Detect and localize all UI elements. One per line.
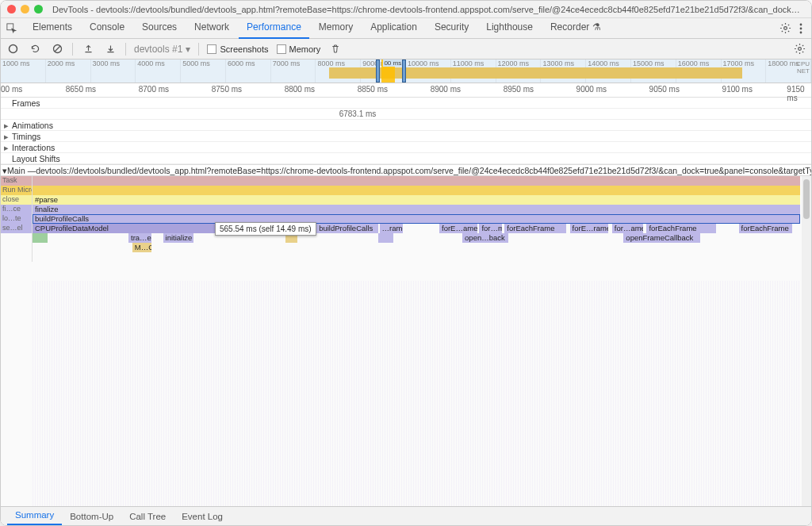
- flame-frame[interactable]: buildProfileCalls: [316, 224, 377, 233]
- tab-sources[interactable]: Sources: [134, 17, 185, 39]
- zoom-window-button[interactable]: [34, 5, 43, 13]
- tab-performance[interactable]: Performance: [239, 17, 309, 39]
- ruler-tick: 9050 ms: [649, 85, 680, 94]
- flame-row: [33, 176, 800, 186]
- flame-frame[interactable]: initialize: [163, 233, 194, 243]
- time-ruler[interactable]: 00 ms8650 ms8700 ms8750 ms8800 ms8850 ms…: [1, 83, 811, 98]
- overview-pane[interactable]: 1000 ms2000 ms3000 ms4000 ms5000 ms6000 …: [1, 60, 811, 83]
- flame-row: M…C: [33, 243, 800, 252]
- chevron-down-icon: ▾: [186, 44, 190, 55]
- details-tabbar: Summary Bottom-Up Call Tree Event Log: [1, 506, 811, 525]
- flame-frame[interactable]: forE…rame: [570, 224, 608, 233]
- settings-icon[interactable]: [778, 21, 792, 36]
- track-frames-value: 6783.1 ms: [1, 109, 811, 120]
- overview-tick: 3000 ms: [91, 60, 136, 83]
- flame-frame[interactable]: for…me: [479, 224, 502, 233]
- flame-frame[interactable]: finalize: [33, 205, 800, 214]
- tab-recorder[interactable]: Recorder ⚗: [542, 17, 609, 39]
- flame-frame[interactable]: [33, 176, 800, 186]
- flame-row: CPUProfileDataModelbuildProfileCalls…ram…: [33, 224, 800, 233]
- overview-tick: 2000 ms: [46, 60, 91, 83]
- overview-right-labels: CPU NET: [796, 60, 810, 75]
- record-icon[interactable]: [6, 42, 20, 56]
- flame-frame[interactable]: M…C: [132, 243, 151, 252]
- reload-icon[interactable]: [28, 42, 42, 56]
- flame-frame[interactable]: buildProfileCalls: [33, 214, 800, 224]
- svg-point-3: [800, 27, 802, 29]
- trash-icon[interactable]: [328, 42, 343, 56]
- flame-row: buildProfileCalls: [33, 214, 800, 224]
- flame-frame[interactable]: forEachFrame: [504, 224, 565, 233]
- overview-handle-left[interactable]: [376, 60, 380, 83]
- flame-frame[interactable]: #parse: [33, 195, 800, 205]
- overview-handle-right[interactable]: [402, 60, 406, 83]
- tab-lighthouse[interactable]: Lighthouse: [478, 17, 541, 39]
- clear-icon[interactable]: [50, 42, 64, 56]
- flame-frame[interactable]: forEachFrame: [739, 224, 793, 233]
- flame-frame[interactable]: tra…ee: [128, 233, 151, 243]
- upload-icon[interactable]: [81, 42, 95, 56]
- track-timings[interactable]: ▸Timings: [1, 131, 811, 142]
- btab-event-log[interactable]: Event Log: [174, 509, 231, 525]
- flame-frame[interactable]: for…ame: [612, 224, 643, 233]
- more-icon[interactable]: [794, 21, 808, 36]
- track-animations[interactable]: ▸Animations: [1, 120, 811, 131]
- flame-frame[interactable]: openFrameCallback: [623, 233, 700, 243]
- memory-checkbox[interactable]: Memory: [277, 44, 321, 54]
- sidecol-label: close: [1, 195, 33, 205]
- sidecol-label: [1, 243, 33, 252]
- tab-elements[interactable]: Elements: [25, 17, 80, 39]
- track-interactions[interactable]: ▸Interactions: [1, 142, 811, 153]
- frame-tooltip: 565.54 ms (self 14.49 ms): [215, 222, 316, 236]
- flame-frame[interactable]: [33, 233, 48, 243]
- ruler-tick: 8800 ms: [285, 85, 315, 94]
- perf-settings-icon[interactable]: [792, 42, 806, 56]
- btab-bottom-up[interactable]: Bottom-Up: [62, 509, 121, 525]
- tab-application[interactable]: Application: [362, 17, 425, 39]
- flame-frame[interactable]: …rame: [380, 224, 403, 233]
- ruler-tick: 8950 ms: [504, 85, 534, 94]
- sidecol-label: [1, 233, 33, 243]
- tracks-section: Frames 6783.1 ms ▸Animations ▸Timings ▸I…: [1, 98, 811, 165]
- svg-point-2: [800, 23, 802, 25]
- overview-tick: 1000 ms: [1, 60, 46, 83]
- ruler-tick: 8850 ms: [358, 85, 388, 94]
- flame-frame[interactable]: open…back: [462, 233, 508, 243]
- sidecol-label: lo…te: [1, 214, 33, 224]
- ruler-tick: 8750 ms: [212, 85, 242, 94]
- flame-chart[interactable]: TaskRun Microtasksclosefi…celo…tese…el #…: [1, 176, 811, 506]
- tab-network[interactable]: Network: [186, 17, 237, 39]
- profile-select[interactable]: devtools #1 ▾: [134, 44, 190, 55]
- ruler-tick: 9150 ms: [787, 85, 811, 102]
- ruler-tick: 9100 ms: [722, 85, 753, 94]
- svg-point-4: [800, 31, 802, 33]
- tab-memory[interactable]: Memory: [311, 17, 361, 39]
- download-icon[interactable]: [103, 42, 117, 56]
- sidecol-label: fi…ce: [1, 205, 33, 214]
- screenshots-checkbox[interactable]: Screenshots: [207, 44, 268, 54]
- inspect-icon[interactable]: [6, 22, 18, 35]
- tab-security[interactable]: Security: [427, 17, 477, 39]
- flame-scrollbar[interactable]: [802, 176, 811, 506]
- sidecol-label: Run Microtasks: [1, 186, 33, 195]
- flame-frame[interactable]: [378, 233, 393, 243]
- btab-summary[interactable]: Summary: [7, 507, 62, 525]
- btab-call-tree[interactable]: Call Tree: [121, 509, 174, 525]
- minimize-window-button[interactable]: [21, 5, 29, 13]
- tab-console[interactable]: Console: [82, 17, 132, 39]
- scrollbar-thumb[interactable]: [803, 179, 810, 219]
- track-frames[interactable]: Frames: [1, 98, 811, 109]
- ruler-tick: 8700 ms: [139, 85, 169, 94]
- main-thread-header[interactable]: ▾ Main — devtools://devtools/bundled/dev…: [1, 165, 811, 176]
- titlebar: DevTools - devtools://devtools/bundled/d…: [1, 1, 811, 18]
- perf-toolbar: devtools #1 ▾ Screenshots Memory: [1, 39, 811, 60]
- flame-stripes: [33, 281, 800, 506]
- track-layout-shifts[interactable]: Layout Shifts: [1, 153, 811, 164]
- close-window-button[interactable]: [7, 5, 16, 13]
- flame-frame[interactable]: forE…ame: [439, 224, 477, 233]
- overview-tick: 4000 ms: [136, 60, 181, 83]
- flame-frame[interactable]: forEachFrame: [646, 224, 715, 233]
- flame-frame[interactable]: [33, 186, 800, 195]
- svg-point-1: [783, 27, 787, 30]
- sidecol-label: Task: [1, 176, 33, 186]
